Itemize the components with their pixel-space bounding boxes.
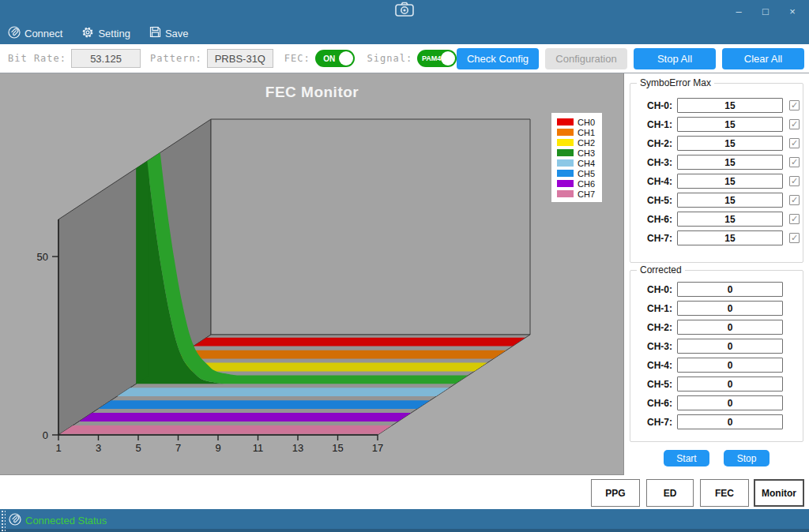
legend-item-ch5: CH5 — [557, 168, 597, 178]
symbol-error-checkbox-6[interactable]: ✓ — [789, 214, 800, 224]
corrected-label-7: CH-7: — [641, 417, 672, 428]
corrected-label-2: CH-2: — [641, 322, 672, 333]
legend-label-ch5: CH5 — [578, 169, 595, 178]
symbol-error-checkbox-3[interactable]: ✓ — [789, 157, 800, 167]
corrected-input-2[interactable] — [677, 320, 783, 335]
legend-swatch-ch6 — [557, 180, 574, 187]
corrected-row-4: CH-4: — [641, 358, 803, 373]
bit-rate-input[interactable] — [71, 49, 141, 68]
symbol-error-input-4[interactable] — [677, 174, 783, 189]
symbol-error-checkbox-7[interactable]: ✓ — [789, 233, 800, 243]
fec-toggle[interactable]: ON — [315, 50, 355, 67]
signal-toggle-knob — [441, 51, 455, 66]
link-icon — [9, 513, 21, 529]
legend-swatch-ch4 — [557, 159, 574, 167]
symbol-error-input-1[interactable] — [677, 117, 783, 132]
config-button-group: Check ConfigConfigurationStop AllClear A… — [457, 48, 804, 69]
symbol-error-checkbox-5[interactable]: ✓ — [789, 195, 800, 205]
symbol-error-row-1: CH-1:✓ — [641, 117, 803, 132]
corrected-input-3[interactable] — [677, 339, 783, 354]
symbol-error-label-0: CH-0: — [641, 100, 672, 111]
symbol-error-row-0: CH-0:✓ — [641, 98, 803, 113]
symbol-error-label-1: CH-1: — [641, 119, 672, 130]
symbol-error-input-6[interactable] — [677, 212, 783, 227]
right-panel: SymboError Max CH-0:✓CH-1:✓CH-2:✓CH-3:✓C… — [624, 73, 809, 475]
legend-label-ch7: CH7 — [578, 189, 595, 199]
configuration-button[interactable]: Configuration — [545, 48, 627, 69]
save-label: Save — [165, 28, 189, 39]
connect-label: Connect — [24, 28, 62, 39]
clear-all-button[interactable]: Clear All — [722, 48, 804, 69]
symbol-error-checkbox-2[interactable]: ✓ — [789, 138, 800, 148]
title-bar: – □ × — [0, 0, 809, 22]
legend-item-ch6: CH6 — [557, 178, 597, 189]
svg-text:5: 5 — [135, 442, 141, 454]
tab-ed[interactable]: ED — [646, 479, 694, 507]
legend-swatch-ch3 — [557, 149, 574, 156]
corrected-label-0: CH-0: — [641, 284, 672, 295]
symbol-error-input-3[interactable] — [677, 155, 783, 170]
corrected-input-6[interactable] — [677, 395, 783, 410]
tab-monitor[interactable]: Monitor — [754, 479, 804, 507]
minimize-button[interactable]: – — [727, 2, 751, 21]
connect-icon — [8, 26, 21, 41]
symbol-error-input-7[interactable] — [677, 230, 783, 245]
check-config-button[interactable]: Check Config — [457, 48, 539, 69]
corrected-row-7: CH-7: — [641, 414, 803, 429]
corrected-row-0: CH-0: — [641, 282, 803, 297]
start-button[interactable]: Start — [664, 450, 709, 466]
symbol-error-input-0[interactable] — [677, 98, 783, 113]
symbol-error-label-3: CH-3: — [641, 157, 672, 168]
pattern-label: Pattern: — [150, 53, 202, 64]
corrected-input-0[interactable] — [677, 282, 783, 297]
chart-title: FEC Monitor — [0, 84, 624, 101]
stop-all-button[interactable]: Stop All — [634, 48, 716, 69]
save-button[interactable]: Save — [149, 26, 189, 40]
symbol-error-checkbox-4[interactable]: ✓ — [789, 176, 800, 186]
connect-button[interactable]: Connect — [8, 26, 62, 41]
legend-item-ch0: CH0 — [557, 117, 597, 127]
symbol-error-checkbox-1[interactable]: ✓ — [789, 119, 800, 129]
corrected-label-1: CH-1: — [641, 303, 672, 314]
signal-toggle[interactable]: PAM4 — [417, 50, 457, 67]
corrected-input-5[interactable] — [677, 377, 783, 392]
svg-text:13: 13 — [292, 442, 303, 454]
corrected-input-7[interactable] — [677, 414, 783, 429]
corrected-group: Corrected CH-0:CH-1:CH-2:CH-3:CH-4:CH-5:… — [630, 270, 803, 442]
corrected-label-3: CH-3: — [641, 341, 672, 352]
symbol-error-row-2: CH-2:✓ — [641, 136, 803, 151]
legend-item-ch4: CH4 — [557, 158, 597, 168]
corrected-label-5: CH-5: — [641, 379, 672, 390]
corrected-input-4[interactable] — [677, 358, 783, 373]
symbol-error-checkbox-0[interactable]: ✓ — [789, 100, 800, 111]
svg-text:1: 1 — [55, 442, 61, 454]
setting-button[interactable]: Setting — [81, 26, 130, 41]
pattern-input[interactable] — [207, 49, 273, 68]
corrected-row-6: CH-6: — [641, 395, 803, 410]
legend-item-ch7: CH7 — [557, 189, 597, 199]
corrected-label-6: CH-6: — [641, 398, 672, 409]
svg-text:3: 3 — [96, 442, 101, 454]
maximize-button[interactable]: □ — [754, 2, 777, 21]
legend-label-ch4: CH4 — [578, 159, 595, 168]
symbol-error-row-5: CH-5:✓ — [641, 193, 803, 208]
tab-ppg[interactable]: PPG — [591, 479, 640, 507]
save-icon — [149, 26, 161, 40]
legend-label-ch0: CH0 — [578, 118, 595, 127]
bottom-tab-bar: PPGEDFECMonitor — [0, 475, 809, 509]
legend-label-ch6: CH6 — [578, 179, 595, 189]
symbol-error-row-6: CH-6:✓ — [641, 212, 803, 227]
stop-button[interactable]: Stop — [724, 450, 769, 466]
fec-monitor-3d-chart: 1357911131517050 — [0, 73, 624, 475]
symbol-error-row-4: CH-4:✓ — [641, 174, 803, 189]
svg-text:9: 9 — [215, 442, 220, 454]
symbol-error-input-5[interactable] — [677, 193, 783, 208]
symbol-error-row-7: CH-7:✓ — [641, 230, 803, 245]
symbol-error-label-5: CH-5: — [641, 195, 672, 206]
symbol-error-input-2[interactable] — [677, 136, 783, 151]
corrected-row-2: CH-2: — [641, 320, 803, 335]
svg-text:7: 7 — [175, 442, 181, 454]
corrected-input-1[interactable] — [677, 301, 783, 316]
tab-fec[interactable]: FEC — [700, 479, 749, 507]
close-button[interactable]: × — [781, 2, 804, 21]
